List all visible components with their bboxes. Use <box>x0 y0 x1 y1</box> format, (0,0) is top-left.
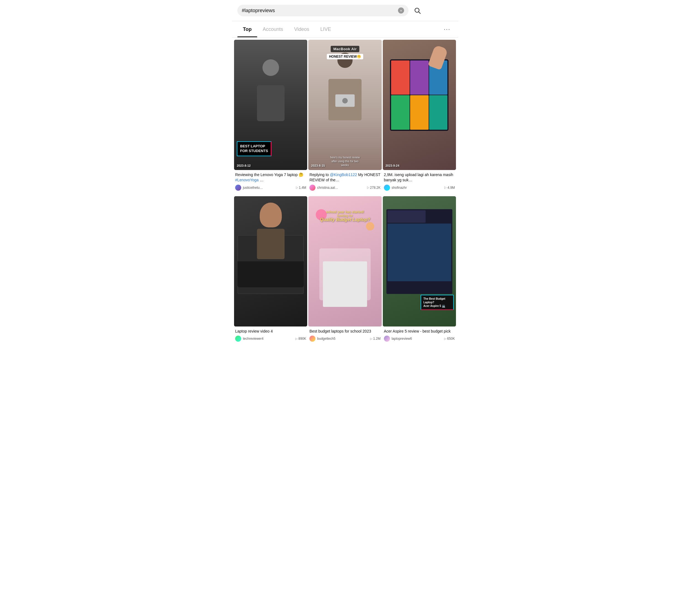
video-2-overlay: MacBook Air HONEST REVIEW🫢 here's my hon… <box>308 40 381 170</box>
author-avatar-2 <box>309 185 315 191</box>
budget-line2: looking for <box>311 214 379 217</box>
video-card-6[interactable]: The Best Budget Laptop? Acer Aspire 5 💻 … <box>383 195 456 345</box>
video-views-5: ▷ 1.2M <box>370 337 381 340</box>
video-thumb-2: MacBook Air HONEST REVIEW🫢 here's my hon… <box>308 40 381 170</box>
author-avatar-4 <box>235 336 241 342</box>
play-icon-3: ▷ <box>444 186 447 189</box>
video-info-2: Replying to @KingBob1122 My HONEST REVIE… <box>308 170 381 194</box>
video-thumb-4 <box>234 196 307 327</box>
svg-line-1 <box>419 12 420 14</box>
video-title-2: Replying to @KingBob1122 My HONEST REVIE… <box>309 172 380 183</box>
video-author-5: budgettech5 <box>309 336 335 342</box>
laptop-badge-1: BEST LAPTOP FOR STUDENTS <box>237 141 272 156</box>
video-meta-6: laptopreview6 ▷ 650K <box>384 336 455 342</box>
budget-big: Quality Budget Laptop? <box>311 217 379 222</box>
video-views-4: ▷ 890K <box>295 337 306 340</box>
video-meta-2: christina.aal… ▷ 278.2K <box>309 185 380 191</box>
video-date-3: 2023-9-24 <box>385 164 399 167</box>
macbook-title: MacBook Air <box>331 46 359 52</box>
video-info-6: Acer Aspire 5 review - best budget pick … <box>383 327 456 345</box>
video-views-3: ▷ 4.9M <box>444 186 455 190</box>
play-icon-5: ▷ <box>370 337 372 340</box>
video-title-3: 2,9M. iseng upload lagi ah karena masih … <box>384 172 455 183</box>
video-card-2[interactable]: MacBook Air HONEST REVIEW🫢 here's my hon… <box>308 40 381 194</box>
author-avatar-5 <box>309 336 315 342</box>
video-meta-5: budgettech5 ▷ 1.2M <box>309 336 380 342</box>
video-thumb-5: school year has started! looking for Qua… <box>308 196 381 327</box>
video-date-1: 2023-8-12 <box>237 164 251 167</box>
video-author-3: shofinazhr <box>384 185 407 191</box>
video-thumb-1: BEST LAPTOP FOR STUDENTS 2023-8-12 <box>234 40 307 170</box>
video-meta-4: techreviewer4 ▷ 890K <box>235 336 306 342</box>
video-5-overlay: school year has started! looking for Qua… <box>308 196 381 327</box>
video-views-2: ▷ 278.2K <box>367 186 381 190</box>
video-author-1: justicethetu… <box>235 185 263 191</box>
video-title-5: Best budget laptops for school 2023 <box>309 329 380 334</box>
video-title-1: Reviewing the Lenovo Yoga 7 laptop 🤔 #Le… <box>235 172 306 183</box>
search-button[interactable] <box>411 4 423 17</box>
tab-top[interactable]: Top <box>237 22 257 37</box>
video-title-6: Acer Aspire 5 review - best budget pick <box>384 329 455 334</box>
tab-live[interactable]: LIVE <box>315 22 336 37</box>
video-thumb-6: The Best Budget Laptop? Acer Aspire 5 💻 <box>383 196 456 327</box>
video-title-4: Laptop review video 4 <box>235 329 306 334</box>
video-author-2: christina.aal… <box>309 185 338 191</box>
video-info-1: Reviewing the Lenovo Yoga 7 laptop 🤔 #Le… <box>234 170 307 194</box>
acer-badge: The Best Budget Laptop? Acer Aspire 5 💻 <box>421 295 454 310</box>
video-card-5[interactable]: school year has started! looking for Qua… <box>308 195 381 345</box>
author-avatar-1 <box>235 185 241 191</box>
play-icon-2: ▷ <box>367 186 369 189</box>
video-thumb-3: 2023-9-24 <box>383 40 456 170</box>
tab-accounts[interactable]: Accounts <box>257 22 289 37</box>
video-1-overlay: BEST LAPTOP FOR STUDENTS <box>234 40 307 170</box>
play-icon-6: ▷ <box>444 337 446 340</box>
clear-icon[interactable]: × <box>398 7 404 14</box>
tabs-bar: Top Accounts Videos LIVE ··· <box>232 21 458 38</box>
video-views-1: ▷ 1.4M <box>296 186 306 190</box>
video-date-2: 2023-8-15 <box>311 164 325 167</box>
search-input-wrapper: #laptopreviews × <box>237 5 408 16</box>
video-card-1[interactable]: BEST LAPTOP FOR STUDENTS 2023-8-12 Revie… <box>234 40 307 194</box>
video-card-3[interactable]: 2023-9-24 2,9M. iseng upload lagi ah kar… <box>383 40 456 194</box>
budget-line1: school year has started! <box>311 210 379 214</box>
video-views-6: ▷ 650K <box>444 337 455 340</box>
video-author-6: laptopreview6 <box>384 336 412 342</box>
video-info-5: Best budget laptops for school 2023 budg… <box>308 327 381 345</box>
video-meta-1: justicethetu… ▷ 1.4M <box>235 185 306 191</box>
search-bar: #laptopreviews × <box>232 0 458 21</box>
video-card-4[interactable]: Laptop review video 4 techreviewer4 ▷ 89… <box>234 195 307 345</box>
review-small-text: here's my honest reviewafter using this … <box>308 153 381 170</box>
tabs-more-button[interactable]: ··· <box>442 21 453 37</box>
tab-videos[interactable]: Videos <box>289 22 315 37</box>
play-icon-4: ▷ <box>295 337 297 340</box>
video-grid: BEST LAPTOP FOR STUDENTS 2023-8-12 Revie… <box>232 38 458 345</box>
author-avatar-3 <box>384 185 390 191</box>
macbook-subtitle: HONEST REVIEW🫢 <box>327 54 363 59</box>
video-author-4: techreviewer4 <box>235 336 264 342</box>
video-info-3: 2,9M. iseng upload lagi ah karena masih … <box>383 170 456 194</box>
play-icon-1: ▷ <box>296 186 298 189</box>
author-avatar-6 <box>384 336 390 342</box>
video-info-4: Laptop review video 4 techreviewer4 ▷ 89… <box>234 327 307 345</box>
search-input[interactable]: #laptopreviews <box>242 8 396 14</box>
video-meta-3: shofinazhr ▷ 4.9M <box>384 185 455 191</box>
